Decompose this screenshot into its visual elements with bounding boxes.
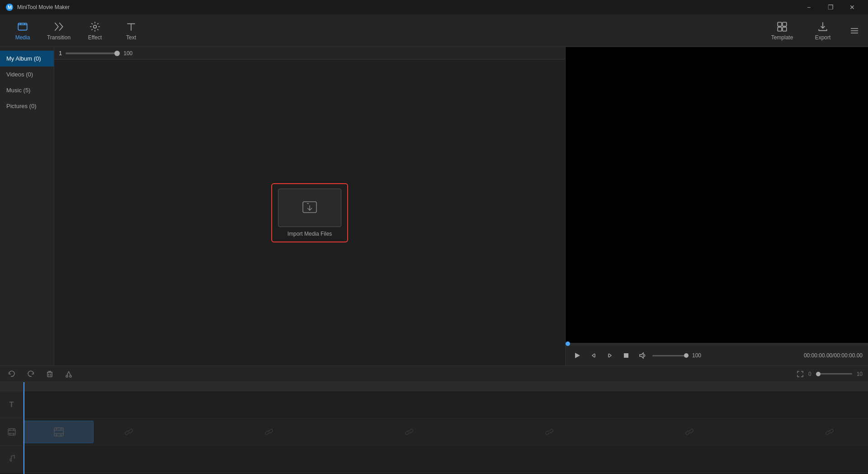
film-clip-icon bbox=[53, 427, 64, 437]
svg-rect-29 bbox=[8, 429, 15, 435]
svg-line-28 bbox=[69, 371, 71, 375]
app-logo-icon: M bbox=[5, 3, 14, 11]
timeline-ruler bbox=[0, 382, 868, 391]
text-track-label: T bbox=[9, 401, 14, 409]
toolbar-item-text[interactable]: Text bbox=[113, 16, 149, 45]
svg-line-27 bbox=[67, 371, 69, 375]
preview-playhead bbox=[566, 341, 570, 346]
link-icon-1 bbox=[125, 428, 133, 436]
svg-rect-9 bbox=[783, 22, 787, 26]
svg-point-25 bbox=[66, 375, 68, 377]
video-track-icon bbox=[0, 418, 24, 445]
audio-track-content[interactable] bbox=[24, 446, 868, 472]
audio-track-icon bbox=[0, 446, 24, 472]
toolbar-item-effect-label: Effect bbox=[88, 34, 102, 41]
link-slot-empty-5 bbox=[724, 421, 794, 443]
link-slot-5 bbox=[654, 421, 724, 443]
timeline-zoom-start: 0 bbox=[808, 371, 811, 377]
cut-button[interactable] bbox=[62, 368, 75, 380]
link-icon-3 bbox=[405, 428, 413, 436]
toolbar-item-transition-label: Transition bbox=[47, 34, 71, 41]
fullscreen-icon bbox=[797, 370, 804, 378]
link-slot-empty-4 bbox=[584, 421, 654, 443]
volume-slider[interactable] bbox=[652, 355, 689, 356]
timeline-tracks: T bbox=[0, 382, 868, 474]
volume-icon bbox=[639, 352, 646, 359]
toolbar-item-export[interactable]: Export bbox=[805, 16, 841, 45]
timeline-zoom-end: 10 bbox=[857, 371, 863, 377]
preview-screen bbox=[566, 47, 868, 343]
close-button[interactable]: ✕ bbox=[842, 0, 863, 14]
toolbar-item-export-label: Export bbox=[815, 34, 831, 41]
playhead bbox=[24, 382, 24, 474]
timeline-zoom-slider[interactable] bbox=[816, 373, 852, 374]
svg-rect-20 bbox=[624, 353, 628, 358]
play-button[interactable] bbox=[571, 349, 584, 362]
hamburger-button[interactable] bbox=[845, 22, 863, 40]
zoom-slider[interactable] bbox=[66, 52, 120, 54]
link-icon-4 bbox=[545, 428, 553, 436]
delete-button[interactable] bbox=[43, 368, 56, 380]
svg-marker-17 bbox=[575, 353, 580, 358]
music-icon bbox=[8, 455, 16, 463]
link-icon-2 bbox=[265, 428, 273, 436]
step-back-icon bbox=[590, 352, 597, 359]
sidebar: My Album (0) Videos (0) Music (5) Pictur… bbox=[0, 47, 54, 365]
text-track-row: T bbox=[0, 391, 868, 418]
preview-progress-bar[interactable] bbox=[566, 343, 868, 346]
toolbar-item-media[interactable]: Media bbox=[5, 16, 41, 45]
toolbar-item-transition[interactable]: Transition bbox=[41, 16, 77, 45]
svg-point-5 bbox=[94, 25, 97, 28]
link-slot-6 bbox=[794, 421, 864, 443]
toolbar: Media Transition Effect Text bbox=[0, 14, 868, 47]
delete-icon bbox=[46, 370, 54, 378]
audio-track-row bbox=[0, 446, 868, 473]
media-panel: 1 100 Import Media Files bbox=[54, 47, 565, 365]
svg-rect-10 bbox=[778, 27, 782, 31]
svg-text:M: M bbox=[8, 5, 12, 10]
timeline-area: 0 10 T bbox=[0, 365, 868, 474]
import-inner[interactable] bbox=[278, 189, 341, 227]
toolbar-item-text-label: Text bbox=[126, 34, 136, 41]
svg-rect-11 bbox=[783, 27, 787, 31]
redo-icon bbox=[27, 370, 35, 378]
sidebar-item-pictures[interactable]: Pictures (0) bbox=[0, 98, 54, 114]
text-track-icon: T bbox=[0, 391, 24, 418]
import-box[interactable]: Import Media Files bbox=[271, 183, 348, 242]
import-label: Import Media Files bbox=[288, 231, 332, 237]
zoom-bar: 1 100 bbox=[54, 47, 565, 60]
restore-button[interactable]: ❐ bbox=[820, 0, 841, 14]
stop-button[interactable] bbox=[620, 349, 632, 362]
toolbar-item-template-label: Template bbox=[771, 34, 793, 41]
link-slot-2 bbox=[234, 421, 304, 443]
sidebar-item-music[interactable]: Music (5) bbox=[0, 82, 54, 98]
link-slot-empty-1 bbox=[164, 421, 234, 443]
redo-button[interactable] bbox=[24, 368, 37, 380]
zoom-value: 100 bbox=[123, 50, 132, 57]
stop-icon bbox=[623, 352, 629, 359]
undo-icon bbox=[8, 370, 16, 378]
svg-rect-36 bbox=[54, 428, 63, 436]
video-clip-first[interactable] bbox=[24, 421, 94, 443]
link-slot-1 bbox=[94, 421, 164, 443]
link-slot-3 bbox=[374, 421, 444, 443]
preview-panel: 100 00:00:00.00/00:00:00.00 bbox=[565, 47, 868, 365]
sidebar-item-videos[interactable]: Videos (0) bbox=[0, 66, 54, 82]
toolbar-right: Template Export bbox=[764, 16, 863, 45]
svg-rect-2 bbox=[18, 23, 27, 30]
volume-button[interactable] bbox=[636, 349, 649, 362]
step-forward-button[interactable] bbox=[604, 349, 616, 362]
toolbar-item-effect[interactable]: Effect bbox=[77, 16, 113, 45]
minimize-button[interactable]: − bbox=[798, 0, 819, 14]
link-slot-empty-3 bbox=[444, 421, 514, 443]
film-icon bbox=[7, 427, 16, 436]
timeline-toolbar: 0 10 bbox=[0, 366, 868, 382]
undo-button[interactable] bbox=[5, 368, 18, 380]
text-track-content[interactable] bbox=[24, 391, 868, 418]
toolbar-item-media-label: Media bbox=[15, 34, 30, 41]
toolbar-item-template[interactable]: Template bbox=[764, 16, 800, 45]
step-back-button[interactable] bbox=[587, 349, 600, 362]
sidebar-item-my-album[interactable]: My Album (0) bbox=[0, 51, 54, 66]
video-track-content[interactable] bbox=[24, 418, 868, 445]
link-icon-5 bbox=[685, 428, 693, 436]
